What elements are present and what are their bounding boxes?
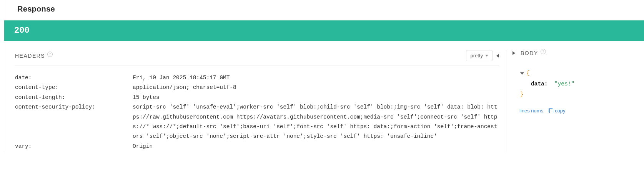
json-brace-open: { <box>526 68 530 79</box>
header-key: content-length: <box>15 93 133 102</box>
header-value: application/json; charset=utf-8 <box>133 83 499 92</box>
json-value: "yes!" <box>554 81 574 87</box>
headers-panel: HEADERS ? pretty date: Fri, 10 Jan 2025 … <box>4 50 506 151</box>
body-panel: BODY ? { data: "yes!" } lines nums <box>506 50 644 114</box>
json-row: } <box>520 89 637 100</box>
body-label: BODY <box>521 50 538 56</box>
json-viewer: { data: "yes!" } <box>512 68 637 100</box>
page-title: Response <box>4 0 644 20</box>
body-title-wrap: BODY ? <box>521 50 546 56</box>
header-key: content-type: <box>15 83 133 92</box>
help-icon[interactable]: ? <box>541 49 546 54</box>
collapse-left-icon[interactable] <box>496 54 499 58</box>
panels: HEADERS ? pretty date: Fri, 10 Jan 2025 … <box>4 41 644 151</box>
header-value: 15 bytes <box>133 93 499 102</box>
lines-nums-link[interactable]: lines nums <box>519 108 543 114</box>
headers-title-wrap: HEADERS ? <box>15 53 53 59</box>
header-value: Fri, 10 Jan 2025 18:45:17 GMT <box>133 73 499 83</box>
help-icon[interactable]: ? <box>47 52 53 57</box>
headers-section-header: HEADERS ? pretty <box>15 50 499 65</box>
body-section-header: BODY ? <box>512 50 637 60</box>
header-row: vary: Origin <box>15 142 499 151</box>
body-actions: lines nums copy <box>512 108 637 114</box>
header-key: content-security-policy: <box>15 102 133 112</box>
header-key: date: <box>15 73 133 83</box>
status-code: 200 <box>4 20 644 41</box>
copy-link[interactable]: copy <box>549 108 565 114</box>
copy-icon <box>549 108 553 113</box>
expand-right-icon[interactable] <box>513 51 515 55</box>
header-value: script-src 'self' 'unsafe-eval';worker-s… <box>133 102 499 142</box>
headers-table: date: Fri, 10 Jan 2025 18:45:17 GMT cont… <box>15 73 499 151</box>
json-brace-close: } <box>520 91 524 97</box>
headers-label: HEADERS <box>15 53 45 59</box>
json-key: data: <box>531 81 548 87</box>
header-row: date: Fri, 10 Jan 2025 18:45:17 GMT <box>15 73 499 83</box>
header-row: content-security-policy: script-src 'sel… <box>15 102 499 142</box>
headers-controls: pretty <box>466 50 499 61</box>
toggle-collapse-icon[interactable] <box>520 72 524 75</box>
copy-label: copy <box>555 108 565 114</box>
header-row: content-length: 15 bytes <box>15 93 499 102</box>
chevron-down-icon <box>485 55 488 57</box>
json-row: data: "yes!" <box>520 79 637 90</box>
view-mode-label: pretty <box>470 53 483 59</box>
header-row: content-type: application/json; charset=… <box>15 83 499 92</box>
header-value: Origin <box>133 142 499 151</box>
header-key: vary: <box>15 142 133 151</box>
view-mode-dropdown[interactable]: pretty <box>466 50 493 61</box>
json-row: { <box>520 68 637 79</box>
